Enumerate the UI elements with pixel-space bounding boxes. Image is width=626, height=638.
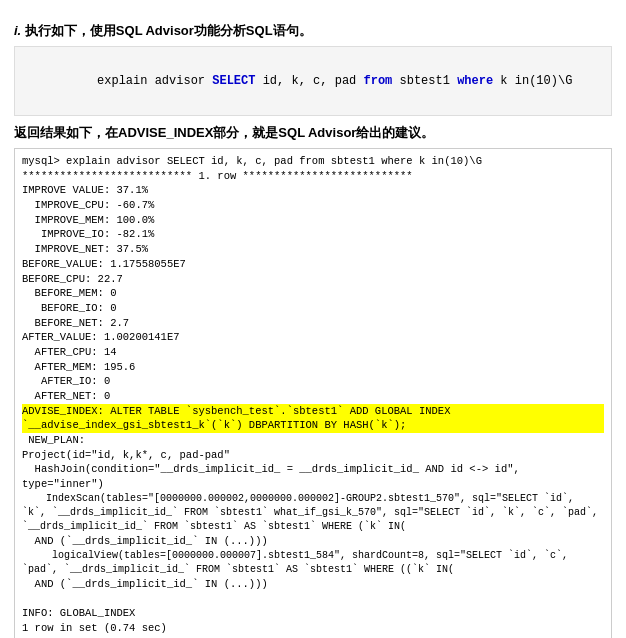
terminal-line: 1 row in set (0.74 sec)	[22, 621, 604, 636]
section-i: i. 执行如下，使用SQL Advisor功能分析SQL语句。 explain …	[14, 22, 612, 638]
terminal-line: IndexScan(tables="[0000000.000002,000000…	[22, 492, 604, 534]
terminal-line: NEW_PLAN:	[22, 433, 604, 448]
terminal-line: HashJoin(condition="__drds_implicit_id_ …	[22, 462, 604, 491]
terminal-line: IMPROVE_CPU: -60.7%	[22, 198, 604, 213]
terminal-line: BEFORE_IO: 0	[22, 301, 604, 316]
section-i-code: explain advisor SELECT id, k, c, pad fro…	[14, 46, 612, 116]
section-i-title: i. 执行如下，使用SQL Advisor功能分析SQL语句。	[14, 22, 612, 40]
terminal-line: AND (`__drds_implicit_id_` IN (...)))	[22, 577, 604, 592]
section-i-result-label: 返回结果如下，在ADVISE_INDEX部分，就是SQL Advisor给出的建…	[14, 124, 612, 142]
terminal-line: logicalView(tables=[0000000.000007].sbte…	[22, 549, 604, 577]
terminal-line: BEFORE_CPU: 22.7	[22, 272, 604, 287]
terminal-line: IMPROVE_MEM: 100.0%	[22, 213, 604, 228]
terminal-line: AFTER_IO: 0	[22, 374, 604, 389]
terminal-line: AND (`__drds_implicit_id_` IN (...)))	[22, 534, 604, 549]
terminal-line: BEFORE_NET: 2.7	[22, 316, 604, 331]
terminal-line: AFTER_NET: 0	[22, 389, 604, 404]
terminal-line: INFO: GLOBAL_INDEX	[22, 606, 604, 621]
terminal-line: *************************** 1. row *****…	[22, 169, 604, 184]
terminal-line: AFTER_VALUE: 1.00200141E7	[22, 330, 604, 345]
section-i-text: 执行如下，使用SQL Advisor功能分析SQL语句。	[21, 23, 311, 38]
terminal-line: BEFORE_MEM: 0	[22, 286, 604, 301]
terminal-advise-line: ADVISE_INDEX: ALTER TABLE `sysbench_test…	[22, 404, 604, 433]
terminal-line: AFTER_MEM: 195.6	[22, 360, 604, 375]
terminal-line: BEFORE_VALUE: 1.17558055E7	[22, 257, 604, 272]
terminal-line: IMPROVE_NET: 37.5%	[22, 242, 604, 257]
terminal-line: AFTER_CPU: 14	[22, 345, 604, 360]
terminal-line: IMPROVE VALUE: 37.1%	[22, 183, 604, 198]
section-i-terminal: mysql> explain advisor SELECT id, k, c, …	[14, 148, 612, 638]
terminal-line: Project(id="id, k,k*, c, pad-pad"	[22, 448, 604, 463]
page-content: i. 执行如下，使用SQL Advisor功能分析SQL语句。 explain …	[14, 22, 612, 638]
terminal-line	[22, 591, 604, 606]
terminal-line: IMPROVE_IO: -82.1%	[22, 227, 604, 242]
terminal-line: mysql> explain advisor SELECT id, k, c, …	[22, 154, 604, 169]
